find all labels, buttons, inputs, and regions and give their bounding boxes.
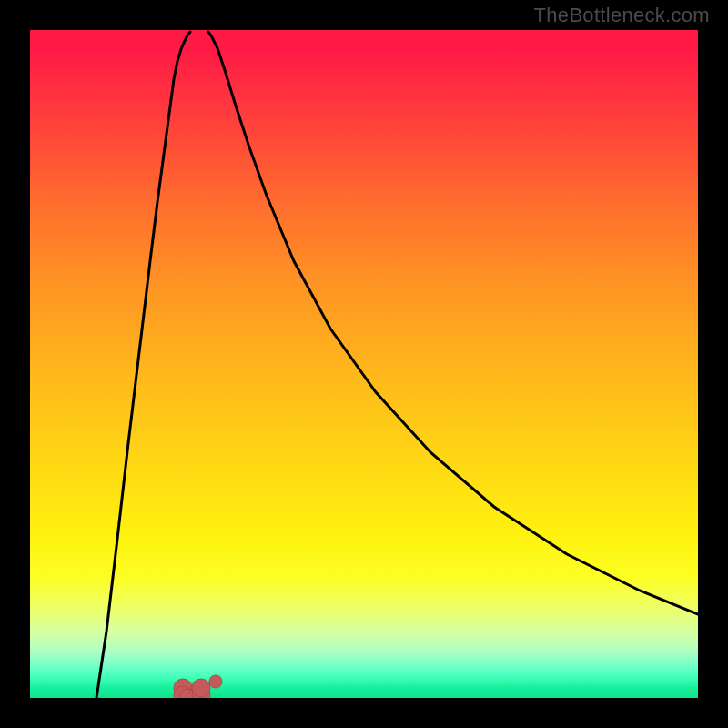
watermark-text: TheBottleneck.com <box>534 4 710 27</box>
chart-frame: TheBottleneck.com <box>0 0 728 728</box>
curve-layer <box>30 30 698 698</box>
curve-right-branch <box>208 32 698 614</box>
valley-marker-dot <box>209 675 222 688</box>
valley-markers <box>174 675 222 698</box>
plot-area <box>30 30 698 698</box>
valley-marker-dot <box>192 679 210 697</box>
curve-left-branch <box>96 32 190 698</box>
